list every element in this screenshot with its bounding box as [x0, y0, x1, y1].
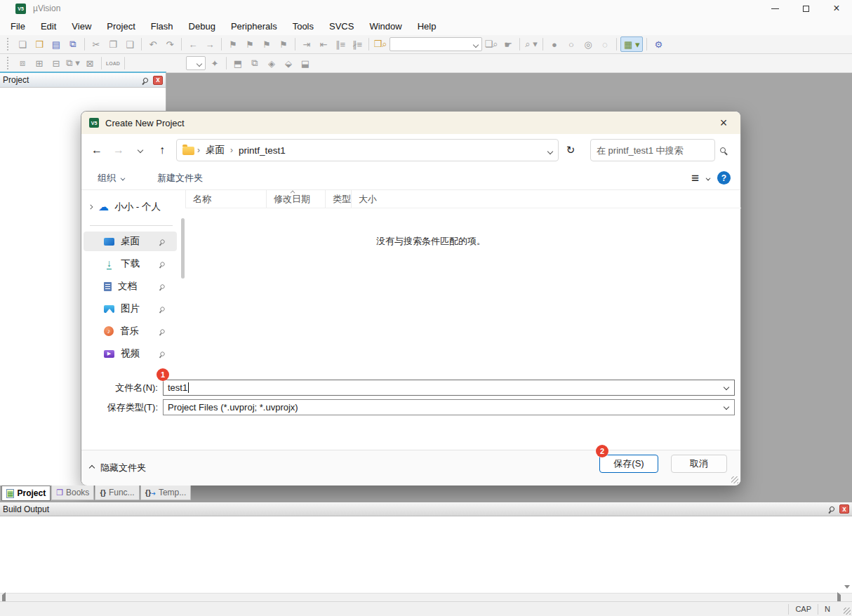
open-file-icon[interactable]: ❒	[32, 36, 47, 52]
zoom-menu-icon[interactable]: ⌕ ▾	[524, 36, 539, 52]
tab-templates[interactable]: Temp...	[140, 486, 192, 500]
rebuild-icon[interactable]: ⊟	[48, 55, 64, 71]
pack-installer-icon[interactable]: ⬓	[298, 55, 313, 71]
translate-icon[interactable]: ⧈	[15, 55, 30, 71]
view-dropdown-icon[interactable]	[706, 175, 711, 180]
insert-breakpoint-icon[interactable]: ●	[547, 36, 562, 52]
nav-forward-icon[interactable]	[109, 140, 128, 160]
scroll-down-button[interactable]	[842, 582, 851, 591]
filename-input[interactable]: test1	[163, 380, 735, 396]
dialog-resize-grip[interactable]	[731, 476, 738, 483]
view-list-icon[interactable]	[691, 170, 699, 186]
toolbar-separator[interactable]	[221, 38, 222, 51]
menu-flash[interactable]: Flash	[143, 18, 181, 34]
breadcrumb-desktop[interactable]: 桌面	[203, 144, 227, 156]
build-icon[interactable]: ⊞	[32, 55, 47, 71]
navigate-back-icon[interactable]: ←	[185, 36, 201, 52]
pin-icon[interactable]	[829, 506, 836, 513]
toolbar-separator[interactable]	[226, 57, 227, 69]
configure-icon[interactable]: ⚙	[651, 36, 666, 52]
save-all-icon[interactable]: ⧉	[65, 36, 81, 52]
column-name[interactable]: 名称	[185, 190, 266, 208]
insert-bookmark-icon[interactable]: ⚑	[225, 36, 241, 52]
prev-bookmark-icon[interactable]: ⚑	[242, 36, 258, 52]
pin-icon[interactable]	[142, 76, 149, 83]
chevron-down-icon[interactable]	[724, 384, 729, 390]
stop-build-icon[interactable]: ⊠	[82, 55, 98, 71]
toolbar-separator[interactable]	[368, 38, 369, 51]
menu-peripherals[interactable]: Peripherals	[223, 18, 285, 34]
breadcrumb-printf-test1[interactable]: printf_test1	[236, 145, 288, 156]
hide-folders-button[interactable]: 隐藏文件夹	[90, 462, 146, 474]
next-bookmark-icon[interactable]: ⚑	[259, 36, 274, 52]
sidebar-item-pictures[interactable]: 图片	[84, 299, 177, 319]
new-file-icon[interactable]: ❏	[15, 36, 30, 52]
uncomment-icon[interactable]: ∦≡	[350, 36, 365, 52]
sidebar-item-onedrive[interactable]: ☁ 小小 - 个人	[81, 197, 180, 217]
menu-edit[interactable]: Edit	[33, 18, 64, 34]
analysis-windows-icon[interactable]: ◈	[264, 55, 279, 71]
build-output-close-icon[interactable]: x	[839, 504, 849, 514]
batch-build-icon[interactable]: ⧉ ▾	[65, 55, 81, 71]
column-type[interactable]: 类型	[325, 190, 351, 208]
paste-icon[interactable]: ❑	[122, 36, 138, 52]
kill-breakpoints-icon[interactable]: ◌	[597, 36, 613, 52]
clear-bookmarks-icon[interactable]: ⚑	[276, 36, 291, 52]
debug-session-icon[interactable]: ⬒	[230, 55, 246, 71]
refresh-icon[interactable]	[561, 140, 580, 160]
cut-icon[interactable]: ✂	[88, 36, 104, 52]
comment-icon[interactable]: ∥≡	[333, 36, 348, 52]
savetype-select[interactable]: Project Files (*.uvproj; *.uvprojx)	[163, 399, 735, 415]
minimize-button[interactable]	[759, 0, 790, 17]
copy-icon[interactable]: ❐	[105, 36, 121, 52]
redo-icon[interactable]: ↷	[162, 36, 178, 52]
menu-tools[interactable]: Tools	[285, 18, 321, 34]
menu-window[interactable]: Window	[361, 18, 409, 34]
menu-debug[interactable]: Debug	[181, 18, 223, 34]
nav-back-icon[interactable]	[87, 140, 107, 160]
maximize-button[interactable]	[790, 0, 821, 17]
menu-project[interactable]: Project	[99, 18, 142, 34]
sidebar-item-desktop[interactable]: 桌面	[84, 232, 177, 251]
build-output-content[interactable]	[0, 516, 852, 593]
sidebar-item-music[interactable]: 音乐	[84, 321, 177, 341]
outdent-icon[interactable]: ⇤	[316, 36, 331, 52]
column-size[interactable]: 大小	[351, 190, 377, 208]
organize-button[interactable]: 组织	[91, 168, 131, 188]
incremental-find-icon[interactable]: ☛	[500, 36, 516, 52]
find-in-files-icon[interactable]: ❒⌕	[373, 36, 388, 52]
dialog-close-button[interactable]	[715, 115, 732, 130]
enable-breakpoint-icon[interactable]: ○	[564, 36, 579, 52]
sidebar-scrollbar[interactable]	[181, 218, 185, 279]
toolbar-separator[interactable]	[181, 38, 182, 51]
search-input[interactable]	[597, 145, 720, 156]
target-options-icon[interactable]: ✦	[207, 55, 222, 71]
toolbar-separator[interactable]	[295, 38, 295, 51]
nav-up-icon[interactable]	[152, 140, 172, 160]
sidebar-item-downloads[interactable]: 下载	[84, 254, 177, 274]
address-bar[interactable]: 桌面 printf_test1	[176, 139, 559, 161]
tab-project[interactable]: Project	[1, 486, 51, 501]
save-icon[interactable]: ▤	[48, 36, 64, 52]
menu-view[interactable]: View	[64, 18, 99, 34]
find-document-icon[interactable]: ❏⌕	[484, 36, 499, 52]
trace-windows-icon[interactable]: ⬙	[281, 55, 296, 71]
target-combobox[interactable]	[186, 56, 206, 70]
window-layout-icon[interactable]: ▦ ▾	[620, 36, 643, 52]
toolbar-separator[interactable]	[646, 38, 647, 51]
sidebar-item-documents[interactable]: 文档	[84, 276, 177, 296]
find-text-combobox[interactable]	[390, 37, 482, 51]
column-modified[interactable]: 修改日期	[266, 190, 325, 208]
menu-svcs[interactable]: SVCS	[321, 18, 361, 34]
horizontal-scrollbar[interactable]	[0, 593, 852, 601]
debug-windows-icon[interactable]: ⧉	[247, 55, 262, 71]
download-icon[interactable]: LOAD	[105, 55, 121, 71]
disable-breakpoints-icon[interactable]: ◎	[580, 36, 596, 52]
sidebar-item-videos[interactable]: 视频	[84, 344, 177, 363]
project-panel-close-icon[interactable]: x	[153, 76, 163, 85]
toolbar-separator[interactable]	[616, 38, 617, 51]
window-resize-grip[interactable]	[844, 608, 851, 615]
save-button[interactable]: 保存(S)	[599, 455, 658, 473]
indent-icon[interactable]: ⇥	[299, 36, 314, 52]
toolbar-separator[interactable]	[101, 57, 102, 69]
